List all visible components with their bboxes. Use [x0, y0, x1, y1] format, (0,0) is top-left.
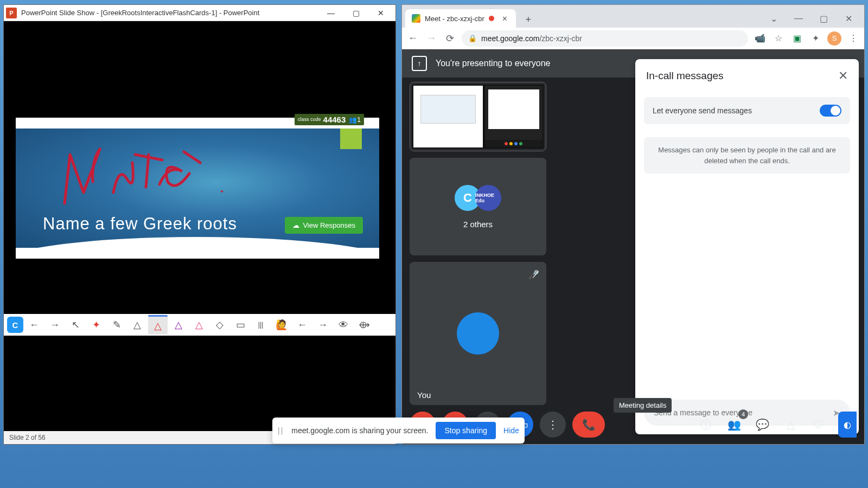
chat-info-text: Messages can only be seen by people in t… — [644, 137, 850, 174]
toggle-switch[interactable] — [820, 105, 841, 117]
self-tile[interactable]: 🎤̸ You — [410, 262, 546, 405]
powerpoint-titlebar[interactable]: P PowerPoint Slide Show - [GreekRootsInt… — [4, 5, 395, 21]
tab-title: Meet - zbc-xzxj-cbr — [425, 15, 484, 23]
class-code-badge: class code 44463 👥 1 — [295, 114, 364, 125]
view-responses-button[interactable]: ☁ View Responses — [285, 217, 363, 234]
close-chat-button[interactable]: ✕ — [838, 69, 848, 83]
others-count-label: 2 others — [463, 220, 493, 229]
powerpoint-title: PowerPoint Slide Show - [GreekRootsInter… — [21, 9, 318, 17]
messages-permission-toggle[interactable]: Let everyone send messages — [644, 97, 850, 124]
chat-panel: In-call messages ✕ Let everyone send mes… — [635, 59, 859, 434]
more-options-button[interactable]: ⋮ — [540, 412, 566, 438]
undo-button[interactable]: ← — [292, 315, 312, 335]
slide-question: Name a few Greek roots — [43, 214, 237, 234]
highlighter-tool[interactable]: △ — [127, 315, 147, 335]
pen-red-tool[interactable]: △ — [148, 315, 168, 335]
meeting-details-button[interactable]: ⓘ — [693, 412, 719, 438]
chrome-window: Meet - zbc-xzxj-cbr ✕ + ⌄ — ▢ ✕ ← → ⟳ 🔒 … — [401, 4, 865, 445]
drag-handle-icon[interactable]: || — [278, 426, 284, 435]
next-slide-button[interactable]: → — [45, 315, 65, 335]
people-button[interactable]: 👥4 — [721, 412, 747, 438]
redo-button[interactable]: → — [313, 315, 333, 335]
minimize-button[interactable]: — — [318, 5, 343, 21]
meet-app: ↑ You're presenting to everyone C INKHOE… — [402, 49, 864, 444]
new-tab-button[interactable]: + — [520, 11, 537, 28]
screen-share-bar[interactable]: || meet.google.com is sharing your scree… — [272, 418, 525, 444]
camera-indicator-icon[interactable]: 📹 — [754, 32, 767, 45]
pick-name-tool[interactable]: 🙋 — [272, 315, 291, 335]
browser-tab[interactable]: Meet - zbc-xzxj-cbr ✕ — [405, 9, 516, 28]
stop-sharing-button[interactable]: Stop sharing — [436, 422, 496, 439]
svg-point-0 — [221, 190, 223, 192]
pointer-tool[interactable]: ↖ — [66, 315, 85, 335]
self-label: You — [417, 390, 431, 400]
maximize-button[interactable]: ▢ — [343, 5, 368, 21]
hide-bar-button[interactable]: Hide — [503, 426, 519, 435]
powerpoint-icon: P — [6, 8, 17, 18]
participant-count: 1 — [357, 116, 361, 124]
eraser-tool[interactable]: ◇ — [210, 315, 229, 335]
forward-button[interactable]: → — [425, 32, 438, 45]
lock-icon: 🔒 — [468, 34, 477, 42]
chrome-menu-button[interactable]: ⋮ — [847, 32, 860, 45]
presentation-thumbnail — [412, 85, 544, 149]
slide: class code 44463 👥 1 Name a few Greek ro… — [16, 118, 379, 259]
pen-purple-tool[interactable]: △ — [169, 315, 188, 335]
chrome-maximize-button[interactable]: ▢ — [811, 9, 836, 28]
search-tabs-button[interactable]: ⌄ — [761, 9, 786, 28]
present-icon: ↑ — [412, 56, 427, 71]
chrome-close-button[interactable]: ✕ — [836, 9, 861, 28]
chrome-addressbar: ← → ⟳ 🔒 meet.google.com/zbc-xzxj-cbr 📹 ☆… — [402, 28, 864, 49]
chat-messages-area — [635, 174, 859, 393]
presentation-tile[interactable] — [410, 82, 546, 151]
host-controls-button[interactable]: 🛡 — [806, 412, 832, 438]
hide-tool[interactable]: 👁 — [334, 315, 353, 335]
slide-tab — [340, 129, 362, 149]
bookmark-button[interactable]: ☆ — [772, 32, 785, 45]
annotation-toolbar: C ← → ↖ ✦ ✎ △ △ △ △ ◇ ▭ ⫼ 🙋 ← → 👁 ⟴ — [4, 314, 395, 336]
slide-curve — [16, 237, 379, 248]
more-tool[interactable]: ⟴ — [354, 315, 374, 335]
activities-button[interactable]: △ — [777, 412, 803, 438]
toggle-label: Let everyone send messages — [653, 106, 820, 115]
poll-tool[interactable]: ⫼ — [251, 315, 271, 335]
participant-avatar: INKHOE Edu — [475, 185, 501, 211]
url-bar[interactable]: 🔒 meet.google.com/zbc-xzxj-cbr — [462, 30, 748, 47]
url-path: /zbc-xzxj-cbr — [539, 34, 582, 43]
muted-icon: 🎤̸ — [527, 267, 541, 281]
whiteboard-tool[interactable]: ▭ — [231, 315, 250, 335]
close-button[interactable]: ✕ — [368, 5, 393, 21]
back-button[interactable]: ← — [406, 32, 419, 45]
companion-button[interactable]: ◐ — [838, 412, 857, 438]
participant-grid: C INKHOE Edu 2 others 🎤̸ You — [410, 82, 546, 405]
chat-button[interactable]: 💬 — [749, 412, 775, 438]
chrome-minimize-button[interactable]: — — [786, 9, 811, 28]
people-icon: 👥 — [349, 116, 357, 124]
slide-area[interactable]: class code 44463 👥 1 Name a few Greek ro… — [4, 21, 395, 444]
powerpoint-window: P PowerPoint Slide Show - [GreekRootsInt… — [3, 4, 396, 445]
leave-call-button[interactable]: 📞 — [572, 412, 605, 438]
others-tile[interactable]: C INKHOE Edu 2 others — [410, 158, 546, 255]
laser-tool[interactable]: ✦ — [86, 315, 106, 335]
self-avatar — [457, 312, 499, 355]
presenting-text: You're presenting to everyone — [436, 59, 551, 68]
extensions-button[interactable]: ✦ — [809, 32, 822, 45]
recording-indicator-icon — [489, 16, 494, 21]
ink-annotation — [54, 133, 227, 209]
pen-black-tool[interactable]: ✎ — [107, 315, 126, 335]
reload-button[interactable]: ⟳ — [443, 32, 456, 45]
pen-pink-tool[interactable]: △ — [189, 315, 209, 335]
extension-icon[interactable]: ▣ — [790, 32, 803, 45]
share-text: meet.google.com is sharing your screen. — [291, 426, 428, 435]
others-avatars: C INKHOE Edu — [455, 185, 501, 211]
close-tab-button[interactable]: ✕ — [502, 15, 509, 22]
meet-favicon — [412, 14, 420, 23]
class-code-value: 44463 — [323, 115, 346, 124]
url-host: meet.google.com — [481, 34, 539, 43]
classpoint-app-icon[interactable]: C — [7, 317, 23, 333]
cloud-icon: ☁ — [292, 221, 299, 229]
slide-counter: Slide 2 of 56 — [9, 434, 46, 441]
prev-slide-button[interactable]: ← — [24, 315, 44, 335]
view-responses-label: View Responses — [303, 221, 355, 229]
profile-avatar[interactable]: S — [827, 31, 841, 46]
